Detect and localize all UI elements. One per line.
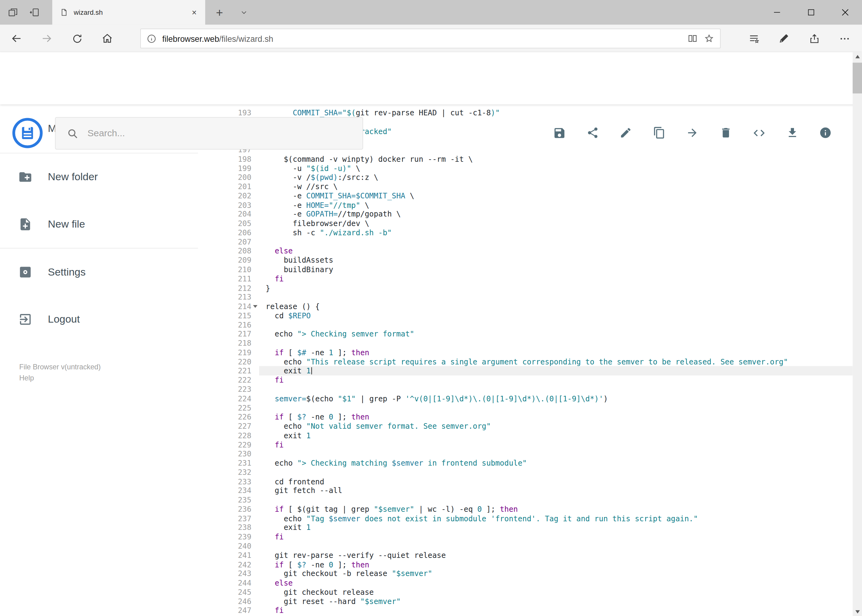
code-line[interactable]: 211 fi	[198, 274, 853, 284]
refresh-button[interactable]	[66, 27, 88, 50]
code-line[interactable]: 246 git reset --hard "$semver"	[198, 597, 853, 606]
line-number[interactable]: 223	[198, 385, 251, 394]
code-line[interactable]: 234 git fetch --all	[198, 486, 853, 495]
move-button[interactable]	[686, 126, 699, 139]
line-number[interactable]: 222	[198, 376, 251, 385]
code-line[interactable]: 200 -v /$(pwd):/src:z \	[198, 173, 853, 182]
line-number[interactable]: 193	[198, 108, 251, 118]
line-number[interactable]: 228	[198, 431, 251, 440]
scrollbar-thumb[interactable]	[853, 63, 862, 93]
help-link[interactable]: Help	[19, 373, 101, 384]
code-line[interactable]: 230	[198, 449, 853, 459]
forward-button[interactable]	[36, 27, 58, 50]
line-number[interactable]: 208	[198, 247, 251, 256]
line-number[interactable]: 227	[198, 422, 251, 431]
code-line[interactable]: 221 exit 1	[198, 366, 853, 376]
search-input[interactable]	[87, 128, 356, 139]
filebrowser-logo[interactable]	[12, 118, 43, 149]
sidebar-item-settings[interactable]: Settings	[0, 248, 198, 296]
code-line[interactable]: 228 exit 1	[198, 431, 853, 440]
code-line[interactable]: 219 if [ $# -ne 1 ]; then	[198, 348, 853, 357]
web-note-button[interactable]	[773, 27, 795, 50]
line-number[interactable]: 213	[198, 293, 251, 302]
code-line[interactable]: 236 if [ $(git tag | grep "$semver" | wc…	[198, 504, 853, 514]
code-line[interactable]: 209 buildAssets	[198, 256, 853, 265]
code-line[interactable]: 231 echo "> Checking matching $semver in…	[198, 459, 853, 468]
code-line[interactable]: 214release () {	[198, 302, 853, 311]
line-number[interactable]: 214	[198, 302, 251, 311]
code-line[interactable]: 207	[198, 237, 853, 247]
code-line[interactable]: 201 -w //src \	[198, 182, 853, 191]
code-line[interactable]: 210 buildBinary	[198, 265, 853, 274]
line-number[interactable]: 203	[198, 201, 251, 210]
code-line[interactable]: 223	[198, 385, 853, 394]
code-line[interactable]: 215 cd $REPO	[198, 311, 853, 320]
code-line[interactable]: 237 echo "Tag $semver does not exist in …	[198, 514, 853, 523]
search-bar[interactable]	[55, 117, 363, 149]
line-number[interactable]: 224	[198, 394, 251, 403]
line-number[interactable]: 212	[198, 284, 251, 293]
copy-button[interactable]	[653, 126, 666, 139]
line-number[interactable]: 202	[198, 191, 251, 201]
save-button[interactable]	[553, 126, 566, 139]
download-button[interactable]	[786, 126, 799, 139]
code-line[interactable]: 220 echo "This release script requires a…	[198, 357, 853, 366]
code-line[interactable]: 243 git checkout -b release "$semver"	[198, 569, 853, 578]
code-line[interactable]: 202 -e COMMIT_SHA=$COMMIT_SHA \	[198, 191, 853, 201]
rename-button[interactable]	[619, 126, 633, 139]
hub-button[interactable]	[742, 27, 765, 50]
code-line[interactable]: 247 fi	[198, 606, 853, 615]
line-number[interactable]: 206	[198, 228, 251, 237]
code-line[interactable]: 203 -e HOME="//tmp" \	[198, 201, 853, 210]
line-number[interactable]: 230	[198, 449, 251, 459]
tab-preview-chevron-icon[interactable]	[234, 0, 253, 25]
line-number[interactable]: 205	[198, 219, 251, 228]
fold-marker-icon[interactable]	[251, 302, 259, 311]
share-page-button[interactable]	[803, 27, 826, 50]
line-number[interactable]: 209	[198, 256, 251, 265]
code-line[interactable]: 199 -u "$(id -u)" \	[198, 163, 853, 173]
line-number[interactable]: 236	[198, 504, 251, 514]
close-button[interactable]	[828, 0, 862, 25]
delete-button[interactable]	[719, 126, 733, 139]
line-number[interactable]: 204	[198, 210, 251, 219]
line-number[interactable]: 226	[198, 412, 251, 422]
line-number[interactable]: 217	[198, 329, 251, 339]
more-options-button[interactable]	[834, 27, 856, 50]
code-line[interactable]: 242 if [ $? -ne 0 ]; then	[198, 560, 853, 569]
home-button[interactable]	[96, 27, 118, 50]
sidebar-item-new-file[interactable]: New file	[0, 201, 198, 248]
line-number[interactable]: 199	[198, 163, 251, 173]
tab-wizard-sh[interactable]: wizard.sh ×	[52, 0, 205, 25]
code-line[interactable]: 224 semver=$(echo "$1" | grep -P '^v(0|[…	[198, 394, 853, 403]
line-number[interactable]: 238	[198, 523, 251, 532]
line-number[interactable]: 221	[198, 366, 251, 376]
line-number[interactable]: 229	[198, 440, 251, 449]
code-line[interactable]: 225	[198, 403, 853, 412]
line-number[interactable]: 200	[198, 173, 251, 182]
tab-close-icon[interactable]: ×	[189, 8, 200, 17]
line-number[interactable]: 239	[198, 532, 251, 542]
line-number[interactable]: 220	[198, 357, 251, 366]
code-line[interactable]: 241 git rev-parse --verify --quiet relea…	[198, 551, 853, 560]
line-number[interactable]: 207	[198, 237, 251, 247]
line-number[interactable]: 218	[198, 339, 251, 348]
line-number[interactable]: 234	[198, 486, 251, 495]
code-line[interactable]: 239 fi	[198, 532, 853, 542]
code-line[interactable]: 206 sh -c "./wizard.sh -b"	[198, 228, 853, 237]
minimize-button[interactable]	[760, 0, 794, 25]
code-line[interactable]: 217 echo "> Checking semver format"	[198, 329, 853, 339]
line-number[interactable]: 233	[198, 477, 251, 486]
code-line[interactable]: 212}	[198, 284, 853, 293]
code-line[interactable]: 229 fi	[198, 440, 853, 449]
code-line[interactable]: 204 -e GOPATH=//tmp/gopath \	[198, 210, 853, 219]
code-line[interactable]: 208 else	[198, 247, 853, 256]
line-number[interactable]: 246	[198, 597, 251, 606]
line-number[interactable]: 215	[198, 311, 251, 320]
line-number[interactable]: 244	[198, 578, 251, 588]
maximize-button[interactable]	[794, 0, 828, 25]
code-line[interactable]: 218	[198, 339, 853, 348]
raw-code-button[interactable]	[752, 126, 766, 139]
back-button[interactable]	[6, 27, 28, 50]
code-editor[interactable]: 193 COMMIT_SHA="$(git rev-parse HEAD | c…	[198, 105, 853, 616]
